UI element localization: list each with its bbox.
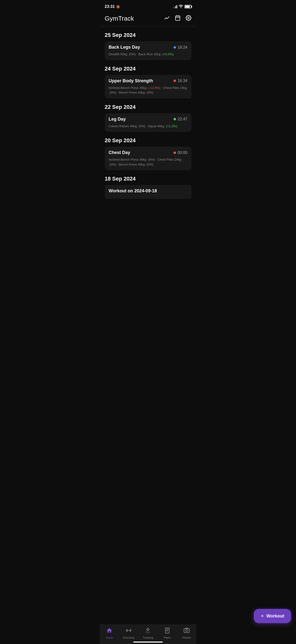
workout-card-header-5: Workout on 2024-09-18 xyxy=(109,188,188,194)
status-dot-2 xyxy=(174,80,176,82)
workout-card-3[interactable]: Leg Day 22:47 Calves Raises 40kg (0%) · … xyxy=(105,113,191,132)
date-heading-5: 18 Sep 2024 xyxy=(105,176,191,182)
workout-card-header-2: Upper Body Strength 16:34 xyxy=(109,78,188,84)
bell-slash-icon: 🔕 xyxy=(116,5,120,8)
chart-icon[interactable] xyxy=(164,15,170,22)
status-dot-3 xyxy=(174,118,176,120)
workout-card-header-4: Chest Day 00:00 xyxy=(109,150,188,155)
date-section-4: 20 Sep 2024 Chest Day 00:00 Inclined Ben… xyxy=(105,137,191,170)
signal-icon xyxy=(173,5,177,8)
workout-name-3: Leg Day xyxy=(109,117,126,122)
status-dot-1 xyxy=(174,46,176,49)
date-heading-3: 22 Sep 2024 xyxy=(105,104,191,110)
svg-rect-0 xyxy=(176,16,180,20)
status-time: 23:31 🔕 xyxy=(105,4,120,9)
date-section-3: 22 Sep 2024 Leg Day 22:47 Calves Raises … xyxy=(105,104,191,132)
date-section-2: 24 Sep 2024 Upper Body Strength 16:34 In… xyxy=(105,66,191,98)
workout-name-1: Back Legs Day xyxy=(109,45,140,50)
date-section-5: 18 Sep 2024 Workout on 2024-09-18 xyxy=(105,176,191,199)
workout-exercises-1: Deadlift 60kg (0%) · Back Row 42kg (+5.0… xyxy=(109,52,188,57)
workout-card-5[interactable]: Workout on 2024-09-18 xyxy=(105,185,191,199)
workout-name-2: Upper Body Strength xyxy=(109,78,153,84)
workout-card-4[interactable]: Chest Day 00:00 Inclined Bench Press 40k… xyxy=(105,147,191,170)
workout-time-2: 16:34 xyxy=(174,78,187,83)
workout-card-2[interactable]: Upper Body Strength 16:34 Inclined Bench… xyxy=(105,75,191,98)
workout-exercises-2: Inclined Bench Press 35kg (-12.5%) · Che… xyxy=(109,86,188,95)
workout-exercises-4: Inclined Bench Press 40kg (0%) · Chest F… xyxy=(109,157,188,167)
workout-name-4: Chest Day xyxy=(109,150,130,155)
status-bar: 23:31 🔕 xyxy=(100,0,196,12)
status-icons xyxy=(173,5,191,9)
calendar-icon[interactable] xyxy=(175,15,181,22)
app-header: GymTrack xyxy=(100,12,196,26)
workout-card-header-3: Leg Day 22:47 xyxy=(109,117,188,122)
workout-time-1: 18:24 xyxy=(174,45,187,50)
workout-exercises-3: Calves Raises 40kg (0%) · Squat 46kg (+2… xyxy=(109,124,188,129)
status-dot-4 xyxy=(174,152,176,154)
date-heading-1: 25 Sep 2024 xyxy=(105,32,191,38)
app-title: GymTrack xyxy=(105,15,134,22)
workout-name-5: Workout on 2024-09-18 xyxy=(109,188,157,194)
battery-icon xyxy=(185,5,191,8)
main-content: 25 Sep 2024 Back Legs Day 18:24 Deadlift… xyxy=(100,32,196,226)
date-heading-2: 24 Sep 2024 xyxy=(105,66,191,72)
workout-time-4: 00:00 xyxy=(174,150,187,155)
date-section-1: 25 Sep 2024 Back Legs Day 18:24 Deadlift… xyxy=(105,32,191,60)
settings-icon[interactable] xyxy=(186,15,191,22)
header-actions xyxy=(164,15,191,22)
workout-card-header-1: Back Legs Day 18:24 xyxy=(109,45,188,50)
workout-card-1[interactable]: Back Legs Day 18:24 Deadlift 60kg (0%) ·… xyxy=(105,41,191,60)
workout-time-3: 22:47 xyxy=(174,117,187,121)
date-heading-4: 20 Sep 2024 xyxy=(105,137,191,144)
wifi-icon xyxy=(179,5,183,9)
svg-point-4 xyxy=(188,17,189,19)
